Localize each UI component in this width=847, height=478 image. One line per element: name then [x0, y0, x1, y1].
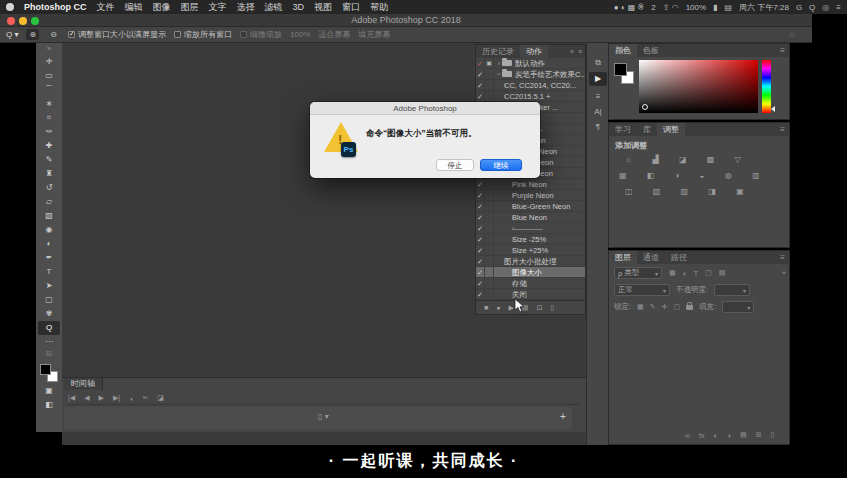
glyphs-panel-icon[interactable]	[589, 105, 607, 119]
disclosure-icon[interactable]	[494, 69, 502, 80]
color-picker-marker[interactable]	[642, 104, 648, 110]
action-row[interactable]: 关闭	[476, 289, 585, 300]
first-frame-icon[interactable]	[68, 394, 75, 402]
move-tool-icon[interactable]	[38, 55, 60, 69]
disclosure-icon[interactable]	[494, 179, 512, 190]
disclosure-icon[interactable]	[494, 267, 512, 278]
disclosure-icon[interactable]	[494, 201, 512, 212]
tab-timeline[interactable]: 时间轴	[64, 378, 103, 390]
continue-button[interactable]: 继续	[480, 159, 522, 171]
toggle-check-icon[interactable]	[476, 80, 485, 91]
filter-pin-icon[interactable]	[782, 269, 786, 277]
filter-smart-icon[interactable]	[719, 269, 726, 277]
disclosure-icon[interactable]	[494, 223, 512, 234]
panel-collapse-icon[interactable]	[570, 48, 574, 55]
lock-pixels-icon[interactable]	[650, 303, 656, 311]
disclosure-icon[interactable]	[494, 278, 512, 289]
history-brush-tool-icon[interactable]	[38, 181, 60, 195]
hand-tool-icon[interactable]	[38, 307, 60, 321]
adjustment-icons-row[interactable]: ☼ ▟ ◪ ▩ ▽	[625, 155, 750, 164]
toggle-check-icon[interactable]	[476, 212, 485, 223]
tab-channels[interactable]: 通道	[637, 251, 665, 264]
clock[interactable]: 周六 下午7:28	[739, 2, 789, 13]
toggle-check-icon[interactable]	[476, 234, 485, 245]
gradient-tool-icon[interactable]	[38, 209, 60, 223]
filter-pixel-icon[interactable]	[669, 269, 676, 277]
brush-tool-icon[interactable]	[38, 153, 60, 167]
tab-paths[interactable]: 路径	[665, 251, 693, 264]
adjustment-icons-row[interactable]: ▦ ◧ ◑ ◒ ◍ ▥	[619, 171, 768, 180]
menu-filter[interactable]: 滤镜	[265, 1, 283, 14]
zoom-preset-icon[interactable]	[6, 30, 18, 39]
spotlight-icon[interactable]	[809, 3, 815, 12]
action-row[interactable]: Blue Neon	[476, 212, 585, 223]
quick-mask-icon[interactable]	[38, 384, 60, 398]
blend-mode-select[interactable]: 正常▾	[614, 284, 670, 296]
mask-icon[interactable]	[713, 432, 717, 439]
disclosure-icon[interactable]	[494, 289, 512, 300]
filter-shape-icon[interactable]	[705, 269, 712, 277]
hue-slider-marker[interactable]	[771, 106, 775, 112]
panel-menu-icon[interactable]	[578, 48, 582, 55]
timeline-track[interactable]	[64, 407, 572, 429]
quick-select-tool-icon[interactable]	[38, 97, 60, 111]
adjustment-icons-row[interactable]: ◫ ▧ ▨ ◨ ▣	[625, 187, 753, 196]
paragraph-panel-icon[interactable]	[589, 120, 607, 134]
tl-play-icon[interactable]	[99, 394, 104, 402]
menu-view[interactable]: 视图	[314, 1, 332, 14]
zoom-out-icon[interactable]	[47, 29, 60, 40]
disclosure-icon[interactable]	[494, 212, 512, 223]
actions-panel-icon[interactable]	[589, 72, 607, 86]
add-media-icon[interactable]	[560, 411, 566, 422]
filter-adjust-icon[interactable]	[683, 270, 687, 277]
eyedropper-tool-icon[interactable]	[38, 125, 60, 139]
toggle-check-icon[interactable]	[476, 201, 485, 212]
siri-icon[interactable]	[822, 3, 829, 12]
lock-all-icon[interactable]	[686, 305, 693, 310]
stamp-tool-icon[interactable]	[38, 167, 60, 181]
menu-3d[interactable]: 3D	[293, 2, 305, 12]
clone-source-panel-icon[interactable]	[589, 56, 607, 70]
zoom-tool-icon[interactable]	[38, 321, 60, 335]
action-row[interactable]: Size -25%	[476, 234, 585, 245]
menu-help[interactable]: 帮助	[370, 1, 388, 14]
apple-icon[interactable]	[6, 3, 14, 11]
fx-icon[interactable]	[699, 432, 704, 439]
action-row[interactable]: Blue-Green Neon	[476, 201, 585, 212]
tab-learn[interactable]: 学习	[609, 123, 637, 136]
toggle-check-icon[interactable]	[476, 267, 485, 278]
crop-tool-icon[interactable]	[38, 111, 60, 125]
pen-tool-icon[interactable]	[38, 251, 60, 265]
ellipsis-icon[interactable]	[38, 335, 60, 349]
fill-input[interactable]: ▾	[722, 301, 754, 313]
zoom-all-checkbox[interactable]: 缩放所有窗口	[174, 29, 232, 40]
toggle-check-icon[interactable]	[476, 256, 485, 267]
new-action-icon[interactable]	[536, 304, 542, 312]
transition-icon[interactable]	[157, 394, 164, 402]
action-row[interactable]: CC, CC2014, CC20...	[476, 80, 585, 91]
foreground-color-swatch[interactable]	[614, 63, 627, 76]
marquee-tool-icon[interactable]	[38, 69, 60, 83]
disclosure-icon[interactable]	[494, 245, 512, 256]
disclosure-icon[interactable]	[494, 256, 504, 267]
new-layer-icon[interactable]	[756, 431, 762, 439]
tab-libraries[interactable]: 库	[637, 123, 657, 136]
menu-type[interactable]: 文字	[209, 1, 227, 14]
next-frame-icon[interactable]	[113, 394, 120, 402]
tab-actions[interactable]: 动作	[520, 45, 548, 58]
dodge-tool-icon[interactable]	[38, 237, 60, 251]
disclosure-icon[interactable]	[494, 58, 502, 69]
menu-window[interactable]: 窗口	[342, 1, 360, 14]
resize-windows-checkbox[interactable]: 调整窗口大小以满屏显示	[68, 29, 166, 40]
menu-image[interactable]: 图像	[153, 1, 171, 14]
input-method-badge[interactable]: G	[796, 3, 802, 12]
healing-tool-icon[interactable]	[38, 139, 60, 153]
status-misc2-icons[interactable]	[663, 3, 679, 12]
prev-frame-icon[interactable]	[84, 394, 89, 402]
disclosure-icon[interactable]	[494, 91, 504, 102]
toggle-check-icon[interactable]	[476, 278, 485, 289]
status-misc-icons[interactable]	[614, 3, 645, 12]
disclosure-icon[interactable]	[494, 234, 512, 245]
disclosure-icon[interactable]	[494, 190, 512, 201]
scissors-icon[interactable]	[142, 394, 148, 402]
